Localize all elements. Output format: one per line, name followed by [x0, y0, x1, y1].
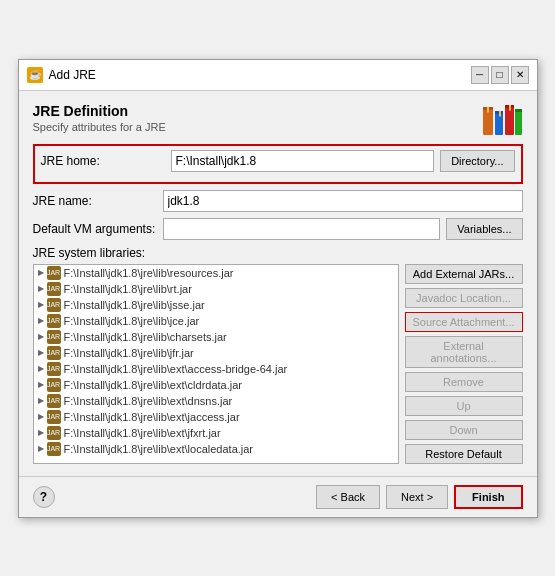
- jre-home-input[interactable]: [171, 150, 435, 172]
- jar-icon: JAR: [47, 378, 61, 392]
- expand-arrow: ▶: [38, 316, 44, 325]
- list-item[interactable]: ▶ JAR F:\Install\jdk1.8\jre\lib\ext\acce…: [34, 361, 398, 377]
- expand-arrow: ▶: [38, 268, 44, 277]
- jar-icon: JAR: [47, 314, 61, 328]
- dialog-window: ☕ Add JRE ─ □ ✕ JRE Definition Specify a…: [18, 59, 538, 518]
- lib-path: F:\Install\jdk1.8\jre\lib\ext\jaccess.ja…: [64, 411, 240, 423]
- side-buttons-panel: Add External JARs... Javadoc Location...…: [405, 264, 523, 464]
- jar-icon: JAR: [47, 346, 61, 360]
- title-buttons[interactable]: ─ □ ✕: [471, 66, 529, 84]
- list-item[interactable]: ▶ JAR F:\Install\jdk1.8\jre\lib\resource…: [34, 265, 398, 281]
- expand-arrow: ▶: [38, 444, 44, 453]
- dialog-footer: ? < Back Next > Finish: [19, 476, 537, 517]
- lib-path: F:\Install\jdk1.8\jre\lib\ext\jfxrt.jar: [64, 427, 221, 439]
- expand-arrow: ▶: [38, 412, 44, 421]
- help-button[interactable]: ?: [33, 486, 55, 508]
- dialog-content: JRE Definition Specify attributes for a …: [19, 91, 537, 476]
- window-icon: ☕: [27, 67, 43, 83]
- lib-path: F:\Install\jdk1.8\jre\lib\resources.jar: [64, 267, 234, 279]
- lib-path: F:\Install\jdk1.8\jre\lib\ext\cldrdata.j…: [64, 379, 243, 391]
- lib-path: F:\Install\jdk1.8\jre\lib\jsse.jar: [64, 299, 205, 311]
- jre-home-row: JRE home: Directory...: [41, 150, 515, 172]
- jar-icon: JAR: [47, 282, 61, 296]
- jre-home-label: JRE home:: [41, 154, 171, 168]
- footer-right: < Back Next > Finish: [316, 485, 522, 509]
- window-title: Add JRE: [49, 68, 96, 82]
- libraries-list[interactable]: ▶ JAR F:\Install\jdk1.8\jre\lib\resource…: [33, 264, 399, 464]
- list-item[interactable]: ▶ JAR F:\Install\jdk1.8\jre\lib\jfr.jar: [34, 345, 398, 361]
- next-button[interactable]: Next >: [386, 485, 448, 509]
- list-item[interactable]: ▶ JAR F:\Install\jdk1.8\jre\lib\ext\jacc…: [34, 409, 398, 425]
- jre-name-input[interactable]: [163, 190, 523, 212]
- list-item[interactable]: ▶ JAR F:\Install\jdk1.8\jre\lib\ext\loca…: [34, 441, 398, 457]
- title-bar: ☕ Add JRE ─ □ ✕: [19, 60, 537, 91]
- jar-icon: JAR: [47, 330, 61, 344]
- jar-icon: JAR: [47, 426, 61, 440]
- jre-home-section: JRE home: Directory...: [33, 144, 523, 184]
- vm-args-input[interactable]: [163, 218, 441, 240]
- section-title: JRE Definition: [33, 103, 166, 119]
- expand-arrow: ▶: [38, 364, 44, 373]
- jar-icon: JAR: [47, 410, 61, 424]
- jar-icon: JAR: [47, 394, 61, 408]
- title-bar-left: ☕ Add JRE: [27, 67, 96, 83]
- vm-args-label: Default VM arguments:: [33, 222, 163, 236]
- list-item[interactable]: ▶ JAR F:\Install\jdk1.8\jre\lib\ext\dnsn…: [34, 393, 398, 409]
- lib-path: F:\Install\jdk1.8\jre\lib\ext\access-bri…: [64, 363, 288, 375]
- libraries-label: JRE system libraries:: [33, 246, 523, 260]
- directory-button[interactable]: Directory...: [440, 150, 514, 172]
- remove-button[interactable]: Remove: [405, 372, 523, 392]
- restore-default-button[interactable]: Restore Default: [405, 444, 523, 464]
- jar-icon: JAR: [47, 266, 61, 280]
- expand-arrow: ▶: [38, 348, 44, 357]
- expand-arrow: ▶: [38, 284, 44, 293]
- list-item[interactable]: ▶ JAR F:\Install\jdk1.8\jre\lib\ext\cldr…: [34, 377, 398, 393]
- expand-arrow: ▶: [38, 396, 44, 405]
- list-item[interactable]: ▶ JAR F:\Install\jdk1.8\jre\lib\rt.jar: [34, 281, 398, 297]
- list-item[interactable]: ▶ JAR F:\Install\jdk1.8\jre\lib\charsets…: [34, 329, 398, 345]
- jre-name-row: JRE name:: [33, 190, 523, 212]
- down-button[interactable]: Down: [405, 420, 523, 440]
- variables-button[interactable]: Variables...: [446, 218, 522, 240]
- close-button[interactable]: ✕: [511, 66, 529, 84]
- section-subtitle: Specify attributes for a JRE: [33, 121, 166, 133]
- svg-rect-6: [515, 109, 522, 135]
- expand-arrow: ▶: [38, 300, 44, 309]
- external-annotations-button[interactable]: External annotations...: [405, 336, 523, 368]
- list-item[interactable]: ▶ JAR F:\Install\jdk1.8\jre\lib\ext\jfxr…: [34, 425, 398, 441]
- finish-button[interactable]: Finish: [454, 485, 522, 509]
- lib-path: F:\Install\jdk1.8\jre\lib\ext\localedata…: [64, 443, 254, 455]
- list-item[interactable]: ▶ JAR F:\Install\jdk1.8\jre\lib\jsse.jar: [34, 297, 398, 313]
- lib-path: F:\Install\jdk1.8\jre\lib\charsets.jar: [64, 331, 227, 343]
- expand-arrow: ▶: [38, 332, 44, 341]
- svg-rect-7: [515, 109, 522, 112]
- jar-icon: JAR: [47, 362, 61, 376]
- expand-arrow: ▶: [38, 380, 44, 389]
- add-external-jars-button[interactable]: Add External JARs...: [405, 264, 523, 284]
- expand-arrow: ▶: [38, 428, 44, 437]
- back-button[interactable]: < Back: [316, 485, 380, 509]
- footer-left: ?: [33, 486, 55, 508]
- lib-path: F:\Install\jdk1.8\jre\lib\rt.jar: [64, 283, 192, 295]
- books-icon: [481, 99, 523, 144]
- javadoc-location-button[interactable]: Javadoc Location...: [405, 288, 523, 308]
- lib-path: F:\Install\jdk1.8\jre\lib\jfr.jar: [64, 347, 194, 359]
- jar-icon: JAR: [47, 298, 61, 312]
- minimize-button[interactable]: ─: [471, 66, 489, 84]
- maximize-button[interactable]: □: [491, 66, 509, 84]
- source-attachment-button[interactable]: Source Attachment...: [405, 312, 523, 332]
- vm-args-row: Default VM arguments: Variables...: [33, 218, 523, 240]
- up-button[interactable]: Up: [405, 396, 523, 416]
- lib-path: F:\Install\jdk1.8\jre\lib\ext\dnsns.jar: [64, 395, 233, 407]
- lib-path: F:\Install\jdk1.8\jre\lib\jce.jar: [64, 315, 200, 327]
- libraries-section: ▶ JAR F:\Install\jdk1.8\jre\lib\resource…: [33, 264, 523, 464]
- jar-icon: JAR: [47, 442, 61, 456]
- jre-name-label: JRE name:: [33, 194, 163, 208]
- list-item[interactable]: ▶ JAR F:\Install\jdk1.8\jre\lib\jce.jar: [34, 313, 398, 329]
